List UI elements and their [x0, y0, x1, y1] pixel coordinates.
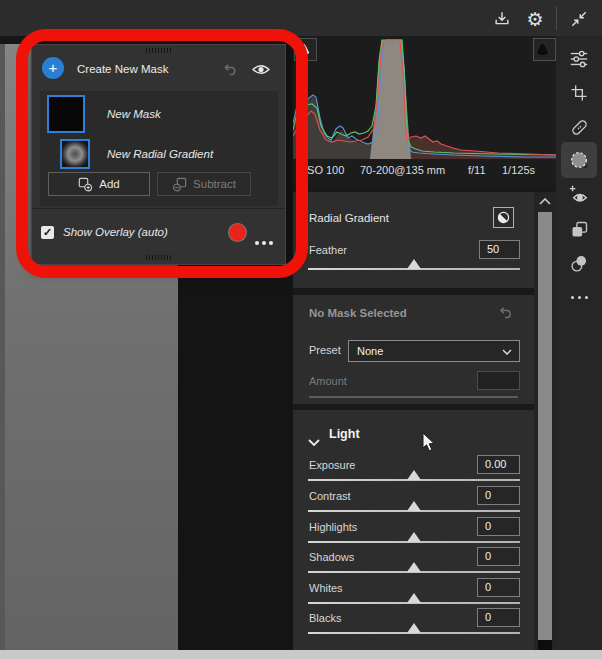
download-icon[interactable]	[490, 7, 514, 31]
blacks-slider[interactable]	[308, 632, 520, 634]
invert-mask-icon[interactable]	[493, 207, 514, 228]
mask-list: New Mask New Radial Gradient Add Subtrac…	[40, 91, 278, 206]
masking-tool-icon-selected[interactable]	[556, 145, 602, 175]
settings-gear-icon[interactable]: ⚙	[523, 7, 547, 31]
slider-row: Whites 0	[308, 578, 520, 608]
blacks-slider-thumb[interactable]	[407, 623, 421, 633]
highlights-value[interactable]: 0	[477, 517, 520, 536]
slider-row: Highlights 0	[308, 517, 520, 547]
color-circles-icon[interactable]	[556, 248, 602, 278]
tool-strip	[556, 36, 602, 650]
feather-slider-thumb[interactable]	[407, 259, 421, 269]
exposure-label: Exposure	[309, 459, 355, 471]
create-new-mask-label: Create New Mask	[77, 63, 168, 75]
light-collapse-chevron-icon[interactable]	[308, 432, 320, 450]
amount-value	[477, 371, 520, 390]
mask-settings-section: No Mask Selected Preset None Amount	[293, 295, 543, 404]
slider-row: Blacks 0	[308, 608, 520, 638]
contrast-slider[interactable]	[308, 510, 520, 512]
whites-slider-thumb[interactable]	[407, 593, 421, 603]
collapse-arrows-icon[interactable]	[567, 7, 591, 31]
top-bar: ⚙	[0, 0, 602, 36]
add-mask-icon	[78, 177, 93, 192]
exif-iso: ISO 100	[304, 164, 344, 184]
camera-raw-window: ⚙ ISO 1	[0, 0, 602, 659]
mask-item-label[interactable]: New Radial Gradient	[107, 148, 213, 160]
slider-row: Exposure 0.00	[308, 455, 520, 485]
healing-tool-icon[interactable]	[556, 112, 602, 142]
window-bottom-edge	[0, 650, 602, 659]
mask-thumbnail[interactable]	[47, 95, 85, 133]
whites-label: Whites	[309, 582, 343, 594]
panel-divider	[32, 208, 285, 209]
edit-sliders-icon[interactable]	[556, 44, 602, 74]
no-mask-selected-title: No Mask Selected	[309, 307, 407, 319]
blacks-label: Blacks	[309, 612, 341, 624]
mask-reset-icon[interactable]	[498, 305, 514, 324]
subtract-mask-icon	[172, 177, 187, 192]
preset-dropdown[interactable]: None	[348, 340, 520, 362]
whites-value[interactable]: 0	[477, 578, 520, 597]
whites-slider[interactable]	[308, 602, 520, 604]
overlay-color-swatch[interactable]	[229, 224, 246, 241]
preset-label: Preset	[309, 344, 341, 356]
add-button[interactable]: Add	[48, 172, 150, 196]
scroll-up-icon[interactable]	[534, 192, 556, 210]
highlight-clipping-indicator[interactable]	[533, 38, 556, 61]
show-overlay-label: Show Overlay (auto)	[63, 226, 168, 238]
edit-panel: ISO 100 70-200@135 mm f/11 1/125s Radial…	[293, 36, 556, 650]
exif-aperture: f/11	[468, 164, 486, 184]
shadows-slider-thumb[interactable]	[407, 562, 421, 572]
histogram-plot	[293, 38, 556, 162]
exposure-value[interactable]: 0.00	[477, 455, 520, 474]
contrast-slider-thumb[interactable]	[407, 501, 421, 511]
radial-gradient-section: Radial Gradient Feather 50	[293, 192, 543, 288]
subtract-button[interactable]: Subtract	[157, 172, 251, 196]
feather-label: Feather	[309, 244, 347, 256]
radial-gradient-thumbnail[interactable]	[60, 139, 90, 169]
light-section: Light Exposure 0.00 Contrast 0 Highlight…	[293, 410, 543, 650]
highlights-slider[interactable]	[308, 541, 520, 543]
feather-slider[interactable]	[308, 268, 520, 270]
exif-shutter: 1/125s	[502, 164, 535, 184]
contrast-label: Contrast	[309, 490, 351, 502]
shadow-clipping-indicator[interactable]	[294, 38, 317, 61]
mask-visibility-eye-icon[interactable]	[252, 62, 270, 80]
panel-drag-handle[interactable]	[146, 48, 172, 53]
shadows-label: Shadows	[309, 551, 354, 563]
scrollbar-thumb[interactable]	[538, 212, 552, 640]
more-tools-ellipsis-icon[interactable]	[556, 282, 602, 312]
presets-icon[interactable]	[556, 214, 602, 244]
histogram[interactable]: ISO 100 70-200@135 mm f/11 1/125s	[293, 36, 556, 186]
panel-scrollbar[interactable]	[534, 192, 556, 650]
masks-panel: + Create New Mask New Mask New Radial Gr…	[31, 44, 286, 265]
create-mask-plus-icon[interactable]: +	[42, 57, 64, 79]
highlights-label: Highlights	[309, 521, 357, 533]
highlights-slider-thumb[interactable]	[407, 532, 421, 542]
amount-label: Amount	[309, 375, 347, 387]
masks-undo-icon[interactable]	[222, 62, 239, 81]
overlay-options-ellipsis-icon[interactable]	[253, 231, 274, 249]
blacks-value[interactable]: 0	[477, 608, 520, 627]
exposure-slider[interactable]	[308, 479, 520, 481]
exposure-slider-thumb[interactable]	[407, 470, 421, 480]
shadows-slider[interactable]	[308, 571, 520, 573]
crop-tool-icon[interactable]	[556, 78, 602, 108]
feather-value[interactable]: 50	[479, 240, 520, 259]
topbar-separator	[556, 6, 557, 30]
panel-drag-handle[interactable]	[146, 255, 172, 260]
slider-row: Shadows 0	[308, 547, 520, 577]
scrollbar-track-end	[538, 640, 552, 650]
subtract-button-label: Subtract	[193, 178, 236, 190]
radial-gradient-title: Radial Gradient	[309, 212, 389, 224]
red-eye-tool-icon[interactable]	[556, 180, 602, 210]
contrast-value[interactable]: 0	[477, 486, 520, 505]
light-title[interactable]: Light	[329, 427, 360, 441]
show-overlay-checkbox[interactable]	[41, 226, 54, 239]
exif-lens: 70-200@135 mm	[360, 164, 445, 184]
amount-slider-disabled	[309, 396, 518, 398]
slider-row: Contrast 0	[308, 486, 520, 516]
shadows-value[interactable]: 0	[477, 547, 520, 566]
add-button-label: Add	[99, 178, 119, 190]
mask-item-label[interactable]: New Mask	[107, 108, 161, 120]
